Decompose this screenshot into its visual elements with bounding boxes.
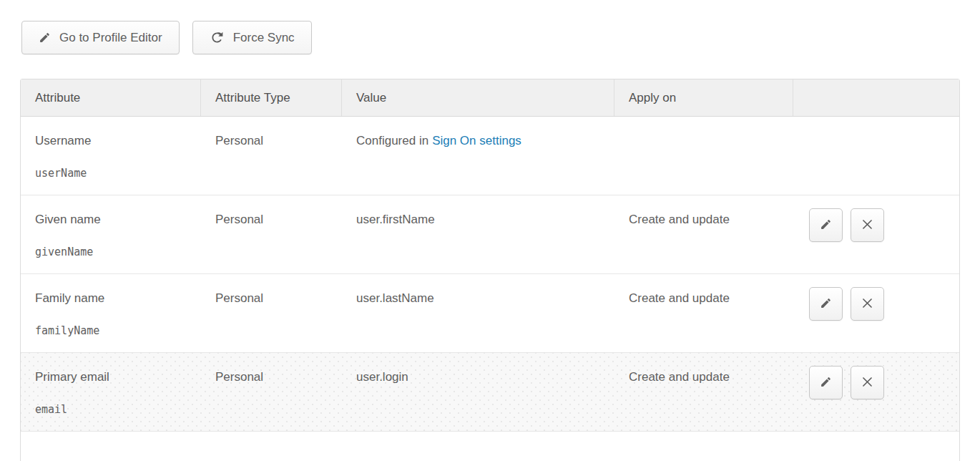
pencil-icon: [820, 218, 832, 233]
header-attribute: Attribute: [21, 79, 201, 116]
go-to-profile-editor-button[interactable]: Go to Profile Editor: [21, 21, 180, 54]
attribute-variable: userName: [35, 167, 194, 180]
attribute-variable: familyName: [35, 324, 194, 337]
pencil-icon: [820, 297, 832, 311]
header-value: Value: [342, 79, 614, 116]
attribute-cell: Primary email email: [21, 353, 201, 431]
header-attribute-type: Attribute Type: [201, 79, 342, 116]
close-icon: [861, 218, 874, 233]
value-text: Configured in: [356, 134, 428, 147]
attribute-variable: givenName: [35, 246, 194, 258]
value-cell: user.firstName: [342, 195, 614, 273]
toolbar: Go to Profile Editor Force Sync: [21, 21, 960, 54]
edit-attribute-button[interactable]: [809, 287, 843, 321]
attribute-label: Family name: [35, 291, 194, 306]
apply-on-cell: Create and update: [614, 274, 793, 352]
attribute-label: Given name: [35, 213, 194, 227]
attribute-mappings-table: Attribute Attribute Type Value Apply on …: [20, 79, 960, 461]
delete-attribute-button[interactable]: [851, 366, 884, 399]
sign-on-settings-link[interactable]: Sign On settings: [432, 134, 521, 147]
delete-attribute-button[interactable]: [851, 287, 884, 321]
attribute-variable: email: [35, 403, 194, 416]
attribute-type-cell: Personal: [201, 274, 342, 352]
delete-attribute-button[interactable]: [851, 208, 884, 242]
attribute-cell: Given name givenName: [21, 195, 201, 273]
close-icon: [861, 375, 874, 391]
force-sync-label: Force Sync: [233, 31, 295, 45]
actions-cell: [793, 353, 959, 431]
table-row-username: Username userName Personal Configured in…: [21, 117, 959, 195]
close-icon: [861, 296, 874, 312]
table-row-primary-email: Primary email email Personal user.login …: [21, 353, 959, 432]
pencil-icon: [39, 31, 51, 44]
attribute-cell: Username userName: [21, 117, 201, 195]
apply-on-cell: Create and update: [614, 353, 793, 431]
value-cell: user.lastName: [342, 274, 614, 352]
go-to-profile-editor-label: Go to Profile Editor: [59, 31, 162, 45]
pencil-icon: [820, 376, 832, 390]
attribute-type-cell: Personal: [201, 195, 342, 273]
actions-cell: [793, 274, 959, 352]
force-sync-button[interactable]: Force Sync: [192, 21, 312, 54]
value-cell: user.login: [342, 353, 614, 431]
attribute-type-cell: Personal: [201, 117, 342, 195]
table-header-row: Attribute Attribute Type Value Apply on: [21, 79, 959, 117]
table-row-given-name: Given name givenName Personal user.first…: [21, 195, 959, 274]
attribute-mapping-page: Go to Profile Editor Force Sync Attribut…: [0, 0, 980, 461]
edit-attribute-button[interactable]: [809, 208, 843, 242]
header-actions: [793, 79, 959, 116]
table-row-family-name: Family name familyName Personal user.las…: [21, 274, 959, 353]
apply-on-cell: [614, 117, 793, 195]
attribute-label: Primary email: [35, 370, 194, 384]
actions-cell: [793, 195, 959, 273]
edit-attribute-button[interactable]: [809, 366, 843, 399]
apply-on-cell: Create and update: [614, 195, 793, 273]
attribute-type-cell: Personal: [201, 353, 342, 431]
refresh-icon: [210, 30, 225, 45]
actions-cell: [793, 117, 959, 195]
attribute-label: Username: [35, 134, 194, 148]
value-cell: Configured inSign On settings: [342, 117, 614, 195]
table-row-partial: [21, 432, 959, 461]
header-apply-on: Apply on: [614, 79, 793, 116]
attribute-cell: Family name familyName: [21, 274, 201, 352]
